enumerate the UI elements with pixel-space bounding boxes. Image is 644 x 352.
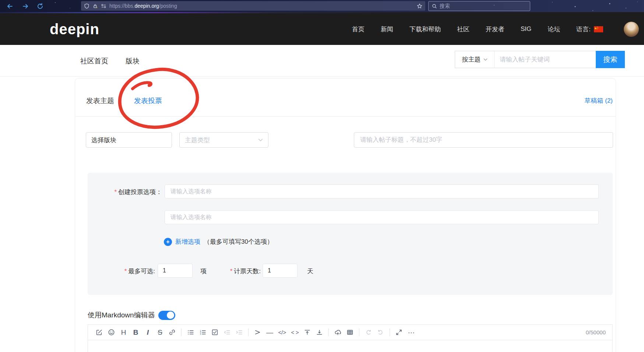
- posting-card: 发表主题 发表投票 草稿箱 (2) 选择版块 主题类型 *创建投票选项： + 新…: [75, 78, 616, 352]
- redo-icon[interactable]: [377, 328, 384, 337]
- count-days-input[interactable]: [263, 264, 298, 278]
- browser-toolbar: https://bbs.deepin.org/posting 搜索: [0, 0, 644, 12]
- table-icon[interactable]: [346, 328, 354, 337]
- arrow-right-icon: [22, 3, 29, 10]
- fullscreen-icon[interactable]: [395, 328, 403, 337]
- topic-type-placeholder: 主题类型: [185, 136, 210, 144]
- deepin-logo[interactable]: deepin: [50, 21, 99, 38]
- insert-after-icon[interactable]: [316, 328, 323, 337]
- bold-icon[interactable]: B: [132, 328, 140, 337]
- forum-search-group: 按主题 搜索: [455, 51, 625, 68]
- tabs-divider: [75, 116, 616, 117]
- forum-search-button[interactable]: 搜索: [596, 51, 625, 68]
- topic-type-select[interactable]: 主题类型: [179, 132, 268, 148]
- markdown-editor: H B I S 123: [88, 324, 613, 352]
- forum-search-input[interactable]: [495, 51, 596, 68]
- bookmark-star-icon[interactable]: [417, 3, 422, 9]
- edit-mode-icon[interactable]: [96, 328, 103, 337]
- search-icon: [432, 4, 437, 9]
- main-nav: 首页 新闻 下载和帮助 社区 开发者 SIG 论坛 语言:: [352, 22, 644, 37]
- permissions-icon: [101, 3, 106, 9]
- nav-item-download-help[interactable]: 下载和帮助: [409, 25, 441, 34]
- browser-search-placeholder: 搜索: [440, 3, 450, 10]
- undo-icon[interactable]: [365, 328, 372, 337]
- link-icon[interactable]: [169, 328, 176, 337]
- required-asterisk: *: [124, 268, 127, 275]
- language-switch[interactable]: 语言:: [576, 25, 603, 34]
- chevron-down-icon: [483, 58, 488, 61]
- site-header: deepin 首页 新闻 下载和帮助 社区 开发者 SIG 论坛 语言:: [0, 13, 644, 45]
- toolbar-divider: [181, 328, 182, 336]
- nav-item-home[interactable]: 首页: [352, 25, 365, 34]
- svg-text:3: 3: [200, 333, 201, 335]
- char-counter: 0/50000: [586, 329, 607, 335]
- add-option-plus-icon[interactable]: +: [164, 238, 172, 246]
- shield-icon: [84, 3, 89, 9]
- toolbar-divider: [359, 328, 359, 336]
- nav-item-community[interactable]: 社区: [457, 25, 469, 34]
- italic-icon[interactable]: I: [144, 328, 152, 337]
- add-option-button[interactable]: 新增选项: [175, 237, 200, 246]
- subnav-item-boards[interactable]: 版块: [126, 56, 140, 66]
- inline-code-icon[interactable]: < >: [291, 328, 299, 337]
- tab-post-poll[interactable]: 发表投票: [134, 96, 162, 106]
- outdent-icon[interactable]: [224, 328, 231, 337]
- indent-icon[interactable]: [236, 328, 243, 337]
- url-bar[interactable]: https://bbs.deepin.org/posting: [81, 1, 425, 11]
- nav-item-sig[interactable]: SIG: [521, 25, 531, 33]
- markdown-toggle-switch[interactable]: [158, 311, 175, 320]
- nav-item-developer[interactable]: 开发者: [486, 25, 504, 34]
- forum-search-box: 按主题: [455, 51, 596, 68]
- quote-icon[interactable]: [254, 328, 261, 337]
- arrow-left-icon: [7, 3, 13, 10]
- language-label: 语言:: [576, 25, 591, 34]
- forum-subnav: 社区首页 版块 按主题 搜索: [0, 45, 644, 77]
- insert-before-icon[interactable]: [304, 328, 311, 337]
- browser-reload-button[interactable]: [35, 1, 45, 11]
- china-flag-icon: [594, 26, 603, 32]
- lock-warning-icon: [92, 3, 98, 9]
- drafts-link[interactable]: 草稿箱 (2): [585, 96, 613, 105]
- count-days-label: *计票天数:: [205, 267, 261, 275]
- toolbar-divider: [248, 328, 249, 336]
- board-select[interactable]: 选择版块: [86, 132, 172, 148]
- tab-post-topic[interactable]: 发表主题: [86, 96, 114, 106]
- required-asterisk: *: [230, 268, 233, 275]
- user-avatar[interactable]: [624, 22, 639, 37]
- subnav-item-community-home[interactable]: 社区首页: [80, 56, 108, 66]
- upload-icon[interactable]: [334, 328, 342, 337]
- toolbar-divider: [390, 328, 390, 336]
- poll-option-input-1[interactable]: [165, 184, 599, 198]
- heading-icon[interactable]: H: [120, 328, 127, 337]
- max-select-label: *最多可选:: [88, 267, 155, 275]
- ordered-list-icon[interactable]: 123: [199, 328, 207, 337]
- strikethrough-icon[interactable]: S: [156, 328, 164, 337]
- search-filter-value: 按主题: [462, 55, 481, 64]
- horizontal-rule-icon[interactable]: —: [266, 328, 274, 337]
- poll-option-input-2[interactable]: [165, 210, 599, 224]
- count-days-unit: 天: [307, 267, 313, 275]
- max-select-input[interactable]: [158, 264, 193, 278]
- emoji-icon[interactable]: [108, 328, 115, 337]
- task-list-icon[interactable]: [211, 328, 219, 337]
- poll-options-label: *创建投票选项：: [88, 188, 162, 196]
- nav-item-news[interactable]: 新闻: [381, 25, 393, 34]
- post-title-input[interactable]: [354, 132, 613, 148]
- markdown-toggle-label: 使用Markdown编辑器: [88, 310, 155, 320]
- add-option-hint: （最多可填写30个选项）: [204, 237, 273, 246]
- toolbar-divider: [328, 328, 329, 336]
- browser-search-box[interactable]: 搜索: [428, 1, 530, 11]
- url-text: https://bbs.deepin.org/posting: [109, 3, 177, 9]
- poll-panel: *创建投票选项： + 新增选项 （最多可填写30个选项） *最多可选: 项 *计…: [88, 173, 613, 295]
- browser-back-button[interactable]: [5, 1, 15, 11]
- required-asterisk: *: [114, 189, 117, 196]
- browser-forward-button[interactable]: [21, 1, 30, 11]
- search-filter-dropdown[interactable]: 按主题: [455, 51, 495, 68]
- editor-content-area[interactable]: [88, 340, 612, 352]
- code-block-icon[interactable]: </>: [278, 328, 286, 337]
- chevron-down-icon: [258, 138, 263, 141]
- unordered-list-icon[interactable]: [187, 328, 194, 337]
- nav-item-forum[interactable]: 论坛: [548, 25, 560, 34]
- more-icon[interactable]: ···: [408, 328, 415, 337]
- reload-icon: [37, 3, 43, 10]
